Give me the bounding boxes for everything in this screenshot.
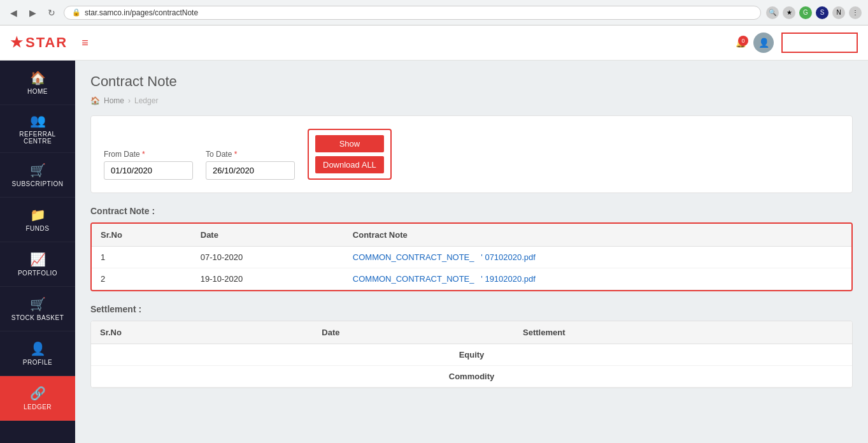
show-button[interactable]: Show	[315, 135, 384, 152]
breadcrumb-current: Ledger	[134, 96, 158, 105]
reload-button[interactable]: ↻	[45, 6, 59, 20]
sidebar-label-portfolio: PORTFOLIO	[18, 270, 57, 277]
funds-icon: 📁	[30, 207, 46, 222]
bookmark-icon[interactable]: ★	[783, 6, 795, 19]
menu-icon[interactable]: ⋮	[849, 6, 862, 19]
from-date-label: From Date *	[104, 150, 193, 159]
back-button[interactable]: ◀	[6, 6, 20, 20]
sidebar-item-subscription[interactable]: 🛒 SUBSCRIPTION	[0, 153, 75, 198]
sidebar-label-home: HOME	[27, 88, 48, 95]
settlement-section: Settlement : Sr.No Date Settlement	[90, 304, 853, 388]
to-date-group: To Date *	[206, 150, 295, 180]
contract-note-table: Sr.No Date Contract Note 1 07-10-2020 CO…	[92, 224, 851, 290]
s-col-srno: Sr.No	[91, 321, 313, 344]
hamburger-icon[interactable]: ≡	[82, 36, 89, 50]
sidebar-item-funds[interactable]: 📁 FUNDS	[0, 198, 75, 242]
settlement-table: Sr.No Date Settlement Equity Commodity	[91, 321, 852, 388]
table-row: 1 07-10-2020 COMMON_CONTRACT_NOTE_ ' 071…	[92, 247, 851, 268]
sidebar-item-ledger[interactable]: 🔗 LEDGER	[0, 376, 75, 421]
app-container: ★ STAR ≡ 🔔 0 👤 🏠 HOME 👥 REFERRAL CENTRE	[0, 25, 868, 443]
lock-icon: 🔒	[72, 8, 81, 17]
row1-file[interactable]: COMMON_CONTRACT_NOTE_ ' 07102020.pdf	[344, 247, 851, 268]
sidebar-item-home[interactable]: 🏠 HOME	[0, 61, 75, 105]
referral-icon: 👥	[30, 113, 46, 128]
sidebar-label-funds: FUNDS	[26, 225, 50, 232]
logo-text: STAR	[25, 34, 68, 51]
sidebar-label-subscription: SUBSCRIPTION	[11, 180, 63, 187]
home-icon: 🏠	[30, 70, 46, 85]
sidebar-label-profile: PROFILE	[23, 359, 52, 366]
sidebar-label-referral: REFERRAL CENTRE	[5, 131, 70, 145]
breadcrumb-home-icon: 🏠	[90, 96, 100, 105]
row2-file[interactable]: COMMON_CONTRACT_NOTE_ ' 19102020.pdf	[344, 268, 851, 290]
stock-basket-icon: 🛒	[30, 296, 46, 312]
form-row: From Date * To Date * Show	[104, 129, 839, 180]
sidebar-item-profile[interactable]: 👤 PROFILE	[0, 331, 75, 376]
extension-icon-1[interactable]: G	[799, 6, 812, 19]
sidebar-label-ledger: LEDGER	[24, 403, 52, 410]
notification-bell[interactable]: 🔔 0	[736, 38, 746, 48]
forward-button[interactable]: ▶	[25, 6, 39, 20]
sidebar: 🏠 HOME 👥 REFERRAL CENTRE 🛒 SUBSCRIPTION …	[0, 61, 75, 443]
breadcrumb-home-link[interactable]: Home	[104, 96, 124, 105]
contract-note-title: Contract Note :	[90, 206, 853, 216]
row2-srno: 2	[92, 268, 192, 290]
top-navbar: ★ STAR ≡ 🔔 0 👤	[0, 25, 868, 61]
s-col-settlement: Settlement	[514, 321, 852, 344]
row1-date: 07-10-2020	[192, 247, 344, 268]
portfolio-icon: 📈	[30, 252, 46, 267]
row1-srno: 1	[92, 247, 192, 268]
filter-form-card: From Date * To Date * Show	[90, 115, 853, 193]
subscription-icon: 🛒	[30, 163, 46, 178]
sidebar-item-stock-basket[interactable]: 🛒 STOCK BASKET	[0, 287, 75, 331]
logo-star-icon: ★	[10, 34, 23, 51]
action-buttons-group: Show Download ALL	[308, 129, 392, 180]
from-date-group: From Date *	[104, 150, 193, 180]
top-nav-right: 🔔 0 👤	[736, 33, 858, 53]
equity-label: Equity	[91, 344, 852, 366]
row2-date: 19-10-2020	[192, 268, 344, 290]
download-all-button[interactable]: Download ALL	[315, 156, 384, 173]
sidebar-label-stock-basket: STOCK BASKET	[11, 314, 64, 321]
url-text: star.samco.in/pages/contractNote	[85, 8, 198, 17]
breadcrumb-arrow: ›	[128, 96, 131, 105]
to-date-label: To Date *	[206, 150, 295, 159]
contract-note-header-row: Sr.No Date Contract Note	[92, 224, 851, 247]
contract-note-table-card: Sr.No Date Contract Note 1 07-10-2020 CO…	[90, 222, 853, 291]
ledger-icon: 🔗	[30, 386, 46, 401]
col-contract-note: Contract Note	[344, 224, 851, 247]
main-area: 🏠 HOME 👥 REFERRAL CENTRE 🛒 SUBSCRIPTION …	[0, 61, 868, 443]
table-row: 2 19-10-2020 COMMON_CONTRACT_NOTE_ ' 191…	[92, 268, 851, 290]
commodity-label: Commodity	[91, 366, 852, 388]
settlement-title: Settlement :	[90, 304, 853, 314]
s-col-date: Date	[313, 321, 514, 344]
logo: ★ STAR	[10, 34, 68, 51]
page-title: Contract Note	[90, 73, 853, 90]
settlement-header-row: Sr.No Date Settlement	[91, 321, 852, 344]
notification-badge: 0	[738, 36, 748, 46]
extension-icon-3[interactable]: N	[832, 6, 845, 19]
equity-row: Equity	[91, 344, 852, 366]
content-area: Contract Note 🏠 Home › Ledger From Date …	[75, 61, 868, 443]
profile-icon: 👤	[30, 341, 46, 356]
user-avatar: 👤	[753, 33, 774, 53]
search-icon[interactable]: 🔍	[766, 6, 779, 19]
browser-actions: 🔍 ★ G S N ⋮	[766, 6, 862, 19]
user-name-box[interactable]	[781, 33, 858, 53]
to-date-input[interactable]	[206, 161, 295, 180]
browser-chrome: ◀ ▶ ↻ 🔒 star.samco.in/pages/contractNote…	[0, 0, 868, 25]
from-date-input[interactable]	[104, 161, 193, 180]
contract-note-section: Contract Note : Sr.No Date Contract Note	[90, 206, 853, 291]
address-bar[interactable]: 🔒 star.samco.in/pages/contractNote	[64, 6, 761, 20]
col-date: Date	[192, 224, 344, 247]
logo-area: ★ STAR ≡	[10, 34, 89, 51]
sidebar-item-portfolio[interactable]: 📈 PORTFOLIO	[0, 242, 75, 287]
breadcrumb: 🏠 Home › Ledger	[90, 96, 853, 105]
extension-icon-2[interactable]: S	[816, 6, 829, 19]
settlement-table-card: Sr.No Date Settlement Equity Commodity	[90, 321, 853, 388]
col-srno: Sr.No	[92, 224, 192, 247]
sidebar-item-referral[interactable]: 👥 REFERRAL CENTRE	[0, 105, 75, 153]
commodity-row: Commodity	[91, 366, 852, 388]
